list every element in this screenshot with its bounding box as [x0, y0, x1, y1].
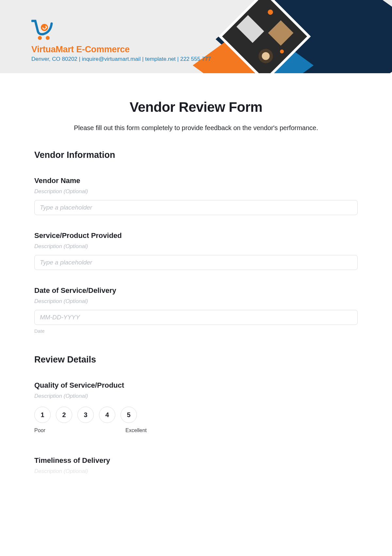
rating-1-button[interactable]: 1 [34, 407, 51, 423]
svg-point-12 [46, 36, 50, 40]
company-name: VirtuaMart E-Commerce [31, 44, 211, 55]
date-service-desc: Description (Optional) [34, 298, 358, 305]
field-quality: Quality of Service/Product Description (… [34, 381, 358, 433]
vendor-name-desc: Description (Optional) [34, 188, 358, 195]
rating-5-button[interactable]: 5 [121, 407, 137, 423]
service-product-desc: Description (Optional) [34, 243, 358, 250]
form-main: Vendor Review Form Please fill out this … [0, 73, 392, 488]
cart-logo-icon [31, 20, 56, 41]
rating-2-button[interactable]: 2 [56, 407, 72, 423]
timeliness-desc: Description (Optional) [34, 468, 358, 475]
form-title: Vendor Review Form [34, 99, 358, 115]
rating-high-label: Excellent [125, 428, 147, 433]
timeliness-label: Timeliness of Delivery [34, 456, 358, 465]
field-vendor-name: Vendor Name Description (Optional) [34, 177, 358, 215]
field-date-service: Date of Service/Delivery Description (Op… [34, 286, 358, 334]
vendor-name-label: Vendor Name [34, 177, 358, 185]
date-service-label: Date of Service/Delivery [34, 286, 358, 295]
field-timeliness: Timeliness of Delivery Description (Opti… [34, 456, 358, 475]
service-product-label: Service/Product Provided [34, 231, 358, 240]
form-intro: Please fill out this form completely to … [34, 124, 358, 132]
date-sublabel: Date [34, 328, 358, 334]
service-product-input[interactable] [34, 255, 358, 270]
rating-low-label: Poor [34, 428, 45, 433]
quality-rating-labels: Poor Excellent [34, 428, 137, 433]
section-review-details: Review Details [34, 355, 358, 365]
quality-rating-row: 1 2 3 4 5 [34, 407, 358, 423]
svg-point-11 [38, 36, 42, 40]
vendor-name-input[interactable] [34, 200, 358, 215]
date-service-input[interactable] [34, 310, 358, 325]
header-decoration [189, 0, 392, 73]
rating-3-button[interactable]: 3 [77, 407, 94, 423]
quality-desc: Description (Optional) [34, 393, 358, 399]
header: VirtuaMart E-Commerce Denver, CO 80202 |… [0, 0, 392, 73]
quality-label: Quality of Service/Product [34, 381, 358, 390]
field-service-product: Service/Product Provided Description (Op… [34, 231, 358, 270]
rating-4-button[interactable]: 4 [99, 407, 115, 423]
section-vendor-information: Vendor Information [34, 150, 358, 160]
company-info-line: Denver, CO 80202 | inquire@virtuamart.ma… [31, 56, 211, 62]
